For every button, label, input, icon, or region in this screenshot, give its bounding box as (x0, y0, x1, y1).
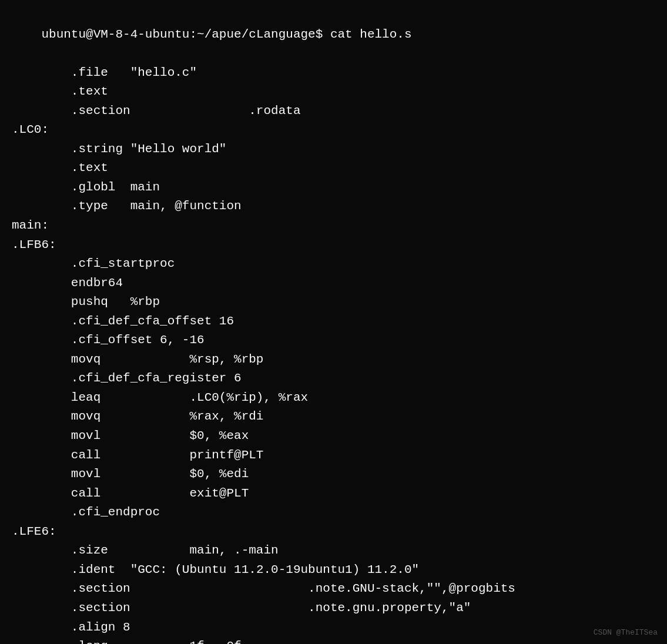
terminal-window: ubuntu@VM-8-4-ubuntu:~/apue/cLanguage$ c… (0, 0, 667, 644)
terminal-line: .ident "GCC: (Ubuntu 11.2.0-19ubuntu1) 1… (12, 561, 655, 580)
terminal-line: .cfi_def_cfa_offset 16 (12, 312, 655, 331)
terminal-line: call printf@PLT (12, 446, 655, 465)
terminal-line: .LC0: (12, 120, 655, 140)
terminal-line: main: (12, 216, 655, 236)
terminal-lines: .file "hello.c" .text .section .rodata.L… (12, 63, 655, 644)
terminal-line: movq %rsp, %rbp (12, 350, 655, 370)
terminal-line: .cfi_def_cfa_register 6 (12, 369, 655, 388)
terminal-line: .text (12, 159, 655, 178)
terminal-line: .long 1f - 0f (12, 637, 655, 644)
terminal-line: .string "Hello world" (12, 140, 655, 159)
terminal-line: .LFB6: (12, 236, 655, 255)
terminal-content: ubuntu@VM-8-4-ubuntu:~/apue/cLanguage$ c… (12, 6, 655, 63)
terminal-line: movl $0, %eax (12, 427, 655, 446)
terminal-line: leaq .LC0(%rip), %rax (12, 388, 655, 408)
terminal-line: .section .rodata (12, 102, 655, 121)
terminal-line: .type main, @function (12, 197, 655, 216)
terminal-line: .LFE6: (12, 522, 655, 542)
terminal-line: .align 8 (12, 618, 655, 638)
watermark: CSDN @TheITSea (594, 628, 658, 637)
prompt-line: ubuntu@VM-8-4-ubuntu:~/apue/cLanguage$ c… (41, 28, 411, 41)
terminal-line: .section .note.gnu.property,"a" (12, 599, 655, 618)
terminal-line: .file "hello.c" (12, 63, 655, 83)
terminal-line: movl $0, %edi (12, 465, 655, 484)
terminal-line: movq %rax, %rdi (12, 407, 655, 427)
terminal-line: .cfi_startproc (12, 254, 655, 274)
terminal-line: .cfi_endproc (12, 503, 655, 522)
terminal-line: endbr64 (12, 274, 655, 293)
terminal-line: .section .note.GNU-stack,"",@progbits (12, 579, 655, 599)
terminal-line: call exit@PLT (12, 484, 655, 504)
terminal-line: .text (12, 82, 655, 102)
terminal-line: .globl main (12, 178, 655, 197)
terminal-line: pushq %rbp (12, 293, 655, 312)
terminal-line: .cfi_offset 6, -16 (12, 331, 655, 350)
terminal-line: .size main, .-main (12, 541, 655, 561)
